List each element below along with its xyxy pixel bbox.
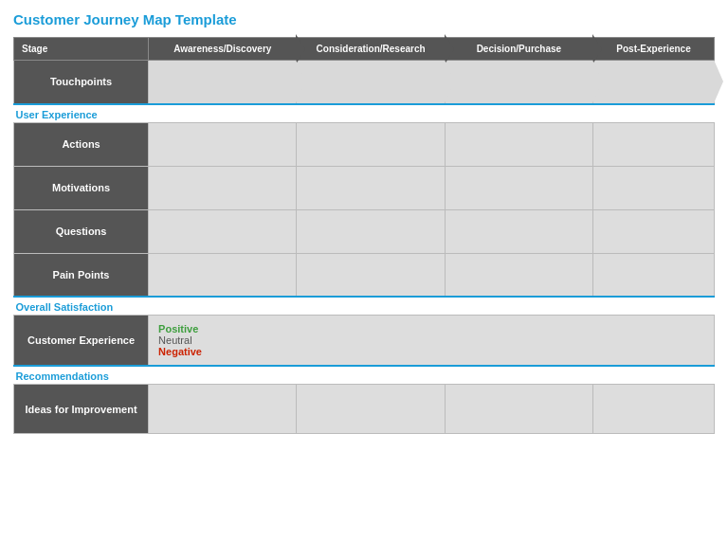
questions-label: Questions — [14, 209, 149, 253]
pain-points-row: Pain Points — [14, 253, 715, 297]
ideas-col4[interactable] — [593, 385, 715, 434]
questions-col1[interactable] — [149, 209, 297, 253]
cx-negative-text: Negative — [158, 346, 704, 357]
overall-satisfaction-label: Overall Satisfaction — [14, 297, 715, 316]
recommendations-section: Recommendations — [14, 366, 715, 385]
customer-experience-label: Customer Experience — [14, 316, 149, 367]
user-experience-label: User Experience — [14, 104, 715, 123]
cx-neutral-text: Neutral — [158, 334, 704, 346]
overall-satisfaction-section: Overall Satisfaction — [14, 297, 715, 316]
touchpoints-label: Touchpoints — [14, 61, 149, 104]
touchpoints-row: Touchpoints — [14, 61, 715, 104]
decision-header: Decision/Purchase — [445, 38, 592, 61]
questions-col2[interactable] — [297, 209, 445, 253]
ideas-col2[interactable] — [297, 385, 445, 434]
touchpoints-col4[interactable] — [593, 61, 715, 104]
actions-col4[interactable] — [593, 122, 715, 166]
touchpoints-col1[interactable] — [149, 61, 297, 104]
pain-points-col4[interactable] — [593, 253, 715, 297]
awareness-header: Awareness/Discovery — [149, 38, 297, 61]
stage-header: Stage — [14, 38, 149, 61]
actions-label: Actions — [14, 122, 149, 166]
journey-map-table: Stage Awareness/Discovery Consideration/… — [13, 37, 715, 434]
actions-row: Actions — [14, 122, 715, 166]
motivations-col3[interactable] — [445, 166, 592, 209]
customer-experience-row: Customer Experience Positive Neutral Neg… — [14, 316, 715, 367]
questions-row: Questions — [14, 209, 715, 253]
ideas-col1[interactable] — [149, 385, 297, 434]
questions-col4[interactable] — [593, 209, 715, 253]
cx-positive-text: Positive — [158, 323, 704, 334]
actions-col3[interactable] — [445, 122, 592, 166]
pain-points-col2[interactable] — [297, 253, 445, 297]
motivations-col4[interactable] — [593, 166, 715, 209]
questions-col3[interactable] — [445, 209, 592, 253]
touchpoints-col2[interactable] — [297, 61, 445, 104]
pain-points-col3[interactable] — [445, 253, 592, 297]
pain-points-col1[interactable] — [149, 253, 297, 297]
ideas-row: Ideas for Improvement — [14, 385, 715, 434]
motivations-col2[interactable] — [297, 166, 445, 209]
consideration-header: Consideration/Research — [297, 38, 445, 61]
actions-col2[interactable] — [297, 122, 445, 166]
motivations-row: Motivations — [14, 166, 715, 209]
pain-points-label: Pain Points — [14, 253, 149, 297]
actions-col1[interactable] — [149, 122, 297, 166]
post-experience-header: Post-Experience — [593, 38, 715, 61]
touchpoints-col3[interactable] — [445, 61, 592, 104]
recommendations-label: Recommendations — [14, 366, 715, 385]
user-experience-section: User Experience — [14, 104, 715, 123]
customer-experience-content[interactable]: Positive Neutral Negative — [149, 316, 715, 367]
motivations-label: Motivations — [14, 166, 149, 209]
motivations-col1[interactable] — [149, 166, 297, 209]
page-title: Customer Journey Map Template — [13, 11, 715, 27]
ideas-col3[interactable] — [445, 385, 592, 434]
ideas-label: Ideas for Improvement — [14, 385, 149, 434]
header-row: Stage Awareness/Discovery Consideration/… — [14, 38, 715, 61]
